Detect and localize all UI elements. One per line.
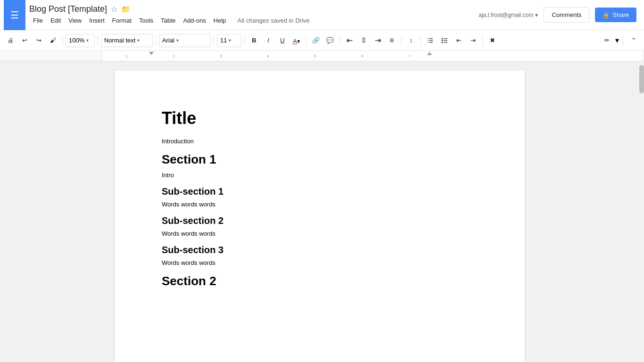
saved-status: All changes saved in Drive [238, 17, 310, 24]
user-email-text: aja.t.frost@gmail.com [479, 12, 533, 18]
document-subsection3-text[interactable]: Words words words [162, 259, 478, 266]
font-arrow: ▾ [176, 38, 179, 43]
toolbar-separator-1 [62, 36, 63, 45]
doc-title-row: Blog Post [Template] ☆ 📁 [29, 4, 310, 14]
align-right-button[interactable]: ⇥ [371, 34, 384, 47]
font-size-dropdown[interactable]: 11 ▾ [217, 34, 241, 47]
svg-text:3: 3 [220, 54, 222, 58]
collapse-toolbar-button[interactable]: ⌃ [627, 34, 640, 47]
svg-point-6 [442, 38, 443, 39]
font-color-arrow: ▾ [297, 38, 300, 45]
document-page[interactable]: Title Introduction Section 1 Intro Sub-s… [115, 71, 525, 362]
toolbar-separator-3 [156, 36, 156, 45]
scrollbar-thumb[interactable] [639, 65, 644, 93]
menu-edit[interactable]: Edit [47, 15, 65, 26]
hamburger-icon: ☰ [10, 9, 19, 21]
menu-table[interactable]: Table [157, 15, 179, 26]
toolbar-separator-5 [244, 36, 245, 45]
menu-add-ons[interactable]: Add-ons [179, 15, 209, 26]
zoom-dropdown[interactable]: 100% ▾ [66, 34, 95, 47]
lock-icon: 🔒 [603, 12, 610, 18]
svg-text:5: 5 [314, 54, 316, 58]
bullet-list-icon [441, 37, 448, 44]
toolbar-separator-2 [98, 36, 98, 45]
svg-point-8 [442, 41, 443, 43]
document-subsection1-text[interactable]: Words words words [162, 201, 478, 208]
menu-bar: File Edit View Insert Format Tools Table… [29, 15, 310, 26]
bullet-list-button[interactable] [438, 34, 451, 47]
insert-comment-button[interactable]: 💬 [323, 34, 337, 47]
align-left-button[interactable]: ⇤ [343, 34, 356, 47]
ruler-bar: 1 2 3 4 5 6 7 [101, 51, 644, 61]
svg-text:2: 2 [173, 54, 175, 58]
svg-text:3: 3 [427, 41, 429, 43]
numbered-list-button[interactable]: 123 [424, 34, 437, 47]
share-button[interactable]: 🔒 Share [595, 8, 636, 22]
line-spacing-button[interactable]: ↕ [405, 34, 418, 47]
redo-button[interactable]: ↪ [32, 34, 45, 47]
comments-button[interactable]: Comments [544, 7, 589, 23]
toolbar: 🖨 ↩ ↪ 🖌 100% ▾ Normal text ▾ Arial ▾ 11 … [0, 30, 644, 51]
document-section2[interactable]: Section 2 [162, 274, 478, 288]
menu-file[interactable]: File [29, 15, 47, 26]
document-subsection1[interactable]: Sub-section 1 [162, 186, 478, 197]
document-section1[interactable]: Section 1 [162, 152, 478, 167]
style-arrow: ▾ [137, 38, 140, 43]
toolbar-separator-6 [306, 36, 306, 45]
font-color-button[interactable]: A ▾ [290, 34, 303, 47]
share-label: Share [612, 11, 629, 18]
zoom-arrow: ▾ [86, 38, 89, 43]
menu-help[interactable]: Help [210, 15, 230, 26]
menu-insert[interactable]: Insert [85, 15, 108, 26]
undo-button[interactable]: ↩ [18, 34, 31, 47]
document-section1-intro[interactable]: Intro [162, 172, 478, 179]
toolbar-separator-7 [339, 36, 340, 45]
user-email[interactable]: aja.t.frost@gmail.com ▾ [479, 12, 538, 18]
document-subsection2-text[interactable]: Words words words [162, 230, 478, 237]
align-center-button[interactable]: ⇳ [357, 34, 370, 47]
bold-button[interactable]: B [248, 34, 261, 47]
document-area[interactable]: Title Introduction Section 1 Intro Sub-s… [0, 61, 639, 362]
font-size-arrow: ▾ [229, 38, 231, 43]
underline-button[interactable]: U [276, 34, 289, 47]
toolbar-separator-10 [482, 36, 483, 45]
ruler-left-marker[interactable] [149, 52, 154, 55]
toolbar-separator-8 [401, 36, 402, 45]
svg-point-7 [442, 40, 443, 41]
font-value: Arial [162, 37, 174, 44]
menu-tools[interactable]: Tools [135, 15, 157, 26]
font-color-label: A [293, 38, 297, 45]
align-justify-button[interactable]: ≡ [385, 34, 398, 47]
document-title[interactable]: Title [162, 108, 478, 128]
zoom-value: 100% [69, 37, 84, 44]
increase-indent-button[interactable]: ⇥ [466, 34, 479, 47]
menu-view[interactable]: View [65, 15, 85, 26]
font-dropdown[interactable]: Arial ▾ [159, 34, 211, 47]
folder-icon[interactable]: 📁 [121, 5, 131, 14]
doc-title[interactable]: Blog Post [Template] [29, 4, 107, 14]
ruler-svg: 1 2 3 4 5 6 7 [102, 51, 644, 61]
print-button[interactable]: 🖨 [4, 34, 17, 47]
menu-format[interactable]: Format [108, 15, 135, 26]
star-icon[interactable]: ☆ [111, 5, 117, 14]
clear-format-button[interactable]: ✖ [486, 34, 499, 47]
italic-button[interactable]: I [262, 34, 275, 47]
numbered-list-icon: 123 [427, 37, 434, 44]
link-button[interactable]: 🔗 [309, 34, 322, 47]
paint-format-button[interactable]: 🖌 [46, 34, 59, 47]
pen-button[interactable]: ✏ [600, 34, 613, 47]
ruler-right-marker[interactable] [427, 52, 432, 55]
hamburger-menu[interactable]: ☰ [4, 0, 25, 30]
svg-text:4: 4 [267, 54, 269, 58]
style-dropdown[interactable]: Normal text ▾ [101, 34, 153, 47]
document-subsection2[interactable]: Sub-section 2 [162, 215, 478, 226]
document-intro[interactable]: Introduction [162, 138, 478, 145]
decrease-indent-button[interactable]: ⇤ [452, 34, 465, 47]
scrollbar[interactable] [639, 61, 644, 362]
doc-title-area: Blog Post [Template] ☆ 📁 File Edit View … [25, 1, 314, 29]
main-area: Title Introduction Section 1 Intro Sub-s… [0, 61, 644, 362]
document-subsection3[interactable]: Sub-section 3 [162, 245, 478, 255]
ruler: 1 2 3 4 5 6 7 [0, 51, 644, 61]
svg-text:1: 1 [125, 54, 128, 58]
pen-arrow: ▾ [615, 36, 619, 45]
